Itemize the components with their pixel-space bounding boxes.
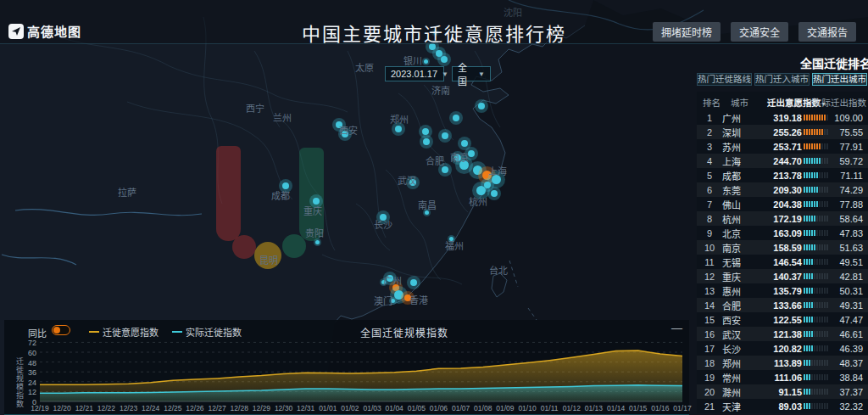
table-row[interactable]: 21天津89.0332.32: [697, 399, 868, 413]
map-city-label: 兰州: [273, 110, 292, 124]
map-city-label: 西宁: [246, 101, 264, 115]
gauge-bar: [824, 230, 826, 236]
gauge-bar: [814, 374, 815, 380]
gauge-bar: [816, 201, 818, 207]
tab-hot-move-out-cities[interactable]: 热门迁出城市: [812, 73, 867, 86]
region-select-value: 全国: [458, 60, 474, 87]
city-dot-teal[interactable]: [423, 138, 430, 145]
table-row[interactable]: 9北京163.0947.83: [697, 226, 868, 240]
city-dot-teal[interactable]: [442, 132, 448, 139]
table-row[interactable]: 15西安122.5547.47: [697, 312, 868, 327]
table-row[interactable]: 5成都213.7871.11: [697, 168, 868, 182]
gauge-bar: [811, 259, 813, 265]
gauge-bar: [821, 374, 823, 380]
map-city-label: 济南: [431, 83, 450, 97]
gauge-bar: [826, 244, 828, 250]
gauge-bar: [804, 317, 805, 322]
top-header: 高德地图 中国主要城市迁徙意愿排行榜 拥堵延时榜 交通安全 交通报告: [0, 0, 868, 44]
gauge-bar: [819, 288, 821, 294]
map-city-label: 上海: [488, 164, 507, 177]
gauge-bar: [824, 345, 826, 351]
gauge-bar: [821, 143, 823, 149]
city-dot-teal[interactable]: [315, 240, 320, 244]
x-tick-label: 01/07: [452, 404, 470, 412]
willing-index-cell: 209.30: [754, 185, 804, 195]
region-select[interactable]: 全国 ▼: [452, 66, 491, 81]
willing-index-cell: 204.38: [754, 199, 804, 210]
table-row[interactable]: 7佛山204.3877.88: [697, 197, 868, 211]
x-tick-label: 01/08: [474, 404, 492, 412]
gauge-bar: [819, 345, 821, 351]
table-row[interactable]: 2深圳255.2675.55: [697, 125, 868, 139]
city-dot-teal[interactable]: [394, 290, 403, 300]
actual-index-cell: 46.61: [834, 329, 868, 339]
table-row[interactable]: 8杭州172.1958.64: [697, 211, 868, 226]
map-city-label: 拉萨: [118, 185, 136, 199]
gauge-bar: [811, 360, 813, 366]
gauge-bar: [821, 317, 823, 322]
city-dot-teal[interactable]: [442, 166, 448, 173]
traffic-report-button[interactable]: 交通报告: [798, 22, 856, 42]
table-row[interactable]: 13惠州135.7950.31: [697, 283, 868, 298]
x-tick-label: 12/29: [253, 404, 270, 412]
gauge-bar: [821, 244, 823, 250]
city-dot-teal[interactable]: [478, 103, 485, 109]
traffic-safety-button[interactable]: 交通安全: [731, 22, 788, 42]
actual-index-cell: 37.37: [834, 387, 868, 397]
gauge-bar: [826, 302, 828, 308]
city-dot-teal[interactable]: [441, 56, 448, 63]
city-dot-teal[interactable]: [395, 126, 402, 132]
table-row[interactable]: 10南京158.5951.63: [697, 240, 868, 255]
tab-hot-move-in-cities[interactable]: 热门迁入城市: [754, 73, 810, 86]
table-row[interactable]: 4上海244.7059.72: [697, 154, 868, 168]
congestion-rank-button[interactable]: 拥堵延时榜: [653, 22, 721, 42]
city-dot-teal[interactable]: [453, 115, 459, 121]
table-row[interactable]: 3苏州253.7177.91: [697, 139, 868, 154]
date-select[interactable]: 2023.01.17 ▼: [385, 66, 444, 81]
city-dot-teal[interactable]: [473, 165, 482, 175]
gauge-bar: [814, 259, 815, 265]
gauge-bar: [824, 143, 826, 149]
table-row[interactable]: 17长沙120.8246.39: [697, 341, 868, 356]
gauge-bar: [824, 317, 826, 322]
table-row[interactable]: 19常州111.0638.84: [697, 370, 868, 384]
table-row[interactable]: 6东莞209.3074.29: [697, 182, 868, 197]
gauge-bar: [824, 158, 826, 164]
gauge-bar: [804, 273, 805, 279]
city-dot-teal[interactable]: [468, 150, 475, 157]
rank-tabs: 热门迁徙路线 热门迁入城市 热门迁出城市: [697, 73, 867, 86]
city-dot-teal[interactable]: [422, 128, 429, 135]
rank-cell: 21: [697, 401, 722, 412]
gauge-bar: [809, 143, 810, 149]
actual-index-cell: 50.31: [834, 286, 868, 296]
city-cell: 常州: [722, 371, 754, 384]
gauge-bar: [819, 230, 821, 236]
table-row[interactable]: 11无锡146.5449.51: [697, 255, 868, 269]
city-cell: 西安: [722, 313, 754, 327]
table-row[interactable]: 20滁州91.1537.37: [697, 384, 868, 399]
gauge-bar: [806, 201, 808, 207]
gauge-bar: [819, 259, 821, 265]
gauge-bar: [819, 374, 821, 380]
column-header-actual-index[interactable]: 实际迁出指数: [813, 96, 866, 109]
gauge-bar: [821, 216, 823, 222]
city-dot-teal[interactable]: [424, 59, 428, 64]
table-row[interactable]: 1广州319.18109.00: [697, 110, 868, 125]
chart-series: [40, 351, 682, 401]
table-row[interactable]: 16武汉121.3846.61: [697, 327, 868, 341]
city-dot-teal[interactable]: [410, 279, 417, 286]
actual-index-cell: 49.51: [834, 257, 868, 267]
city-dot-teal[interactable]: [476, 186, 486, 195]
tab-hot-migration-routes[interactable]: 热门迁徙路线: [697, 73, 752, 86]
table-row[interactable]: 14合肥133.6649.31: [697, 298, 868, 312]
city-dot-teal[interactable]: [461, 140, 468, 147]
table-row[interactable]: 12重庆140.3742.81: [697, 269, 868, 283]
table-row[interactable]: 18郑州113.8948.37: [697, 356, 868, 370]
gauge-bar: [804, 360, 805, 366]
gauge-bar: [826, 288, 828, 294]
gauge-bar: [819, 317, 821, 322]
header-nav: 拥堵延时榜 交通安全 交通报告: [653, 22, 856, 42]
gauge-bar: [826, 129, 828, 135]
city-cell: 滁州: [722, 385, 754, 399]
city-dot-teal[interactable]: [491, 190, 498, 197]
